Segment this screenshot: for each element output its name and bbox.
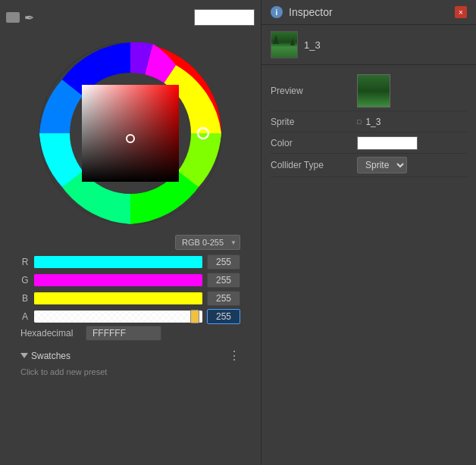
swatches-menu-icon[interactable]: ⋮ — [228, 348, 240, 363]
prop-value-collider: Sprite — [354, 154, 467, 176]
color-wheel-svg[interactable] — [32, 35, 229, 232]
swatches-label: Swatches — [31, 351, 70, 361]
prop-value-preview — [354, 71, 467, 111]
prop-value-sprite: □ 1_3 — [354, 114, 467, 130]
color-picker-panel: ✒ — [0, 0, 261, 465]
alpha-thumb[interactable] — [190, 310, 199, 323]
eyedropper-icon[interactable]: ✒ — [24, 11, 34, 25]
hex-row: Hexadecimal — [20, 326, 240, 341]
swatches-header: Swatches ⋮ — [20, 347, 240, 364]
color-preview-box[interactable] — [194, 9, 255, 26]
slider-r[interactable] — [34, 256, 202, 268]
info-icon: i — [271, 6, 283, 18]
add-preset-label: Click to add new preset — [20, 367, 107, 376]
prop-row-sprite: Sprite □ 1_3 — [271, 111, 467, 133]
channel-label-g: G — [20, 275, 30, 286]
slider-b[interactable] — [34, 292, 202, 304]
channel-label-a: A — [20, 311, 30, 322]
color-picker-topbar: ✒ — [0, 6, 261, 29]
mode-select[interactable]: RGB 0-255RGB 0-1HSVHex — [175, 235, 240, 250]
channel-row-g: G — [20, 273, 240, 288]
sprite-name: 1_3 — [365, 117, 380, 127]
channel-row-b: B — [20, 291, 240, 306]
inspector-header: i Inspector × — [261, 0, 476, 25]
color-wheel-container[interactable] — [32, 35, 229, 232]
collider-dropdown[interactable]: Sprite — [357, 157, 407, 173]
slider-a[interactable] — [34, 311, 202, 323]
prop-row-color: Color — [271, 133, 467, 154]
channel-label-r: R — [20, 257, 30, 267]
add-preset-row[interactable]: Click to add new preset — [20, 364, 240, 379]
preview-thumbnail — [357, 74, 390, 108]
channel-row-a: A — [20, 309, 240, 324]
hex-input[interactable] — [86, 326, 161, 341]
sprite-icon: □ — [357, 118, 361, 126]
prop-row-collider: Collider Type Sprite — [271, 154, 467, 177]
channel-label-b: B — [20, 293, 30, 304]
slider-g[interactable] — [34, 274, 202, 286]
close-button[interactable]: × — [455, 6, 467, 18]
channel-value-g[interactable] — [207, 273, 240, 288]
prop-row-preview: Preview — [271, 71, 467, 111]
asset-thumbnail — [271, 31, 298, 58]
channel-value-a[interactable] — [207, 309, 240, 324]
asset-name-row: 1_3 — [261, 25, 476, 65]
channel-row-r: R — [20, 254, 240, 270]
folder-icon[interactable] — [6, 12, 20, 23]
properties-area: Preview Sprite □ 1_3 Color Collider Ty — [261, 65, 476, 183]
color-swatch[interactable] — [357, 136, 418, 150]
channel-value-b[interactable] — [207, 291, 240, 306]
hex-label: Hexadecimal — [20, 328, 81, 339]
asset-name: 1_3 — [304, 39, 321, 51]
channels-area: R G B A — [20, 254, 240, 324]
prop-label-preview: Preview — [271, 83, 354, 99]
prop-label-color: Color — [271, 135, 354, 151]
mode-select-wrapper[interactable]: RGB 0-255RGB 0-1HSVHex — [175, 235, 240, 250]
prop-label-collider: Collider Type — [271, 157, 354, 173]
swatches-title[interactable]: Swatches — [20, 351, 70, 361]
inspector-title: Inspector — [289, 6, 333, 18]
channel-value-r[interactable] — [207, 254, 240, 270]
triangle-down-icon — [20, 353, 28, 358]
inspector-panel: i Inspector × 1_3 Preview Sprite □ — [261, 0, 476, 465]
mode-select-row: RGB 0-255RGB 0-1HSVHex — [20, 235, 240, 250]
prop-label-sprite: Sprite — [271, 114, 354, 130]
prop-value-color — [354, 133, 467, 153]
